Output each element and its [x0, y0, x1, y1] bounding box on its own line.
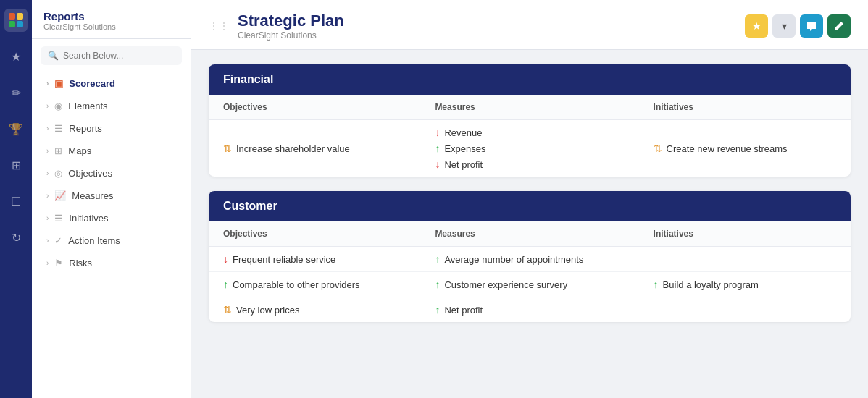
- customer-section-body: Objectives Measures Initiatives ↓ Freque…: [209, 221, 851, 322]
- sidebar-item-reports[interactable]: › ☰ Reports: [36, 118, 186, 139]
- svg-rect-3: [17, 21, 23, 27]
- objective-cell: ⇅ Increase shareholder value: [209, 120, 420, 177]
- action-items-icon: ✓: [54, 235, 62, 246]
- svg-rect-2: [9, 21, 15, 27]
- initiatives-icon: ☰: [54, 213, 63, 224]
- up-arrow-icon: ↑: [435, 279, 440, 290]
- chevron-icon: ›: [46, 147, 49, 155]
- measures-cell: ↑ Average number of appointments: [420, 247, 638, 272]
- sidebar-item-maps[interactable]: › ⊞ Maps: [36, 140, 186, 161]
- elements-icon: ◉: [54, 101, 62, 111]
- logo-icon[interactable]: [4, 9, 28, 32]
- objective-cell: ↓ Frequent reliable service: [209, 247, 420, 272]
- icon-bar: ★ ✏ 🏆 ⊞ ☐ ↻: [0, 0, 32, 398]
- initiative-cell: ⇅ Create new revenue streams: [639, 120, 851, 177]
- sidebar-item-label: Action Items: [68, 235, 120, 246]
- pencil-nav-icon[interactable]: ✏: [4, 81, 28, 104]
- sidebar-item-label: Elements: [68, 101, 107, 111]
- dropdown-button[interactable]: ▾: [772, 14, 796, 38]
- sidebar-item-label: Scorecard: [69, 78, 115, 89]
- header-left: ⋮⋮ Strategic Plan ClearSight Solutions: [209, 12, 344, 41]
- financial-section-header: Financial: [209, 64, 851, 95]
- reports-icon: ☰: [54, 123, 63, 134]
- col-header-measures: Measures: [420, 221, 638, 247]
- sidebar-item-label: Objectives: [68, 168, 112, 179]
- sidebar-item-action-items[interactable]: › ✓ Action Items: [36, 230, 186, 251]
- sidebar-item-scorecard[interactable]: › ▣ Scorecard: [36, 73, 186, 94]
- initiative-cell: ↑ Build a loyalty program: [639, 272, 851, 297]
- header-actions: ★ ▾: [745, 14, 851, 38]
- initiative-cell: [639, 247, 851, 272]
- risks-icon: ⚑: [54, 258, 63, 268]
- objectives-icon: ◎: [54, 168, 62, 179]
- grid-nav-icon[interactable]: ⊞: [4, 153, 28, 177]
- star-button[interactable]: ★: [745, 14, 768, 38]
- chevron-icon: ›: [46, 102, 49, 110]
- col-header-initiatives: Initiatives: [639, 221, 851, 247]
- table-row: ↑ Comparable to other providers ↑ Custom…: [209, 272, 851, 297]
- chevron-icon: ›: [46, 124, 49, 132]
- sidebar-title: Reports: [43, 10, 179, 22]
- sidebar-item-label: Reports: [69, 123, 102, 134]
- down-arrow-icon: ↓: [223, 253, 228, 265]
- sidebar-item-label: Risks: [69, 258, 92, 268]
- initiative-cell: [639, 297, 851, 323]
- content-area: Financial Objectives Measures Initiative…: [191, 50, 868, 351]
- table-row: ↓ Frequent reliable service ↑ Average nu…: [209, 247, 851, 272]
- main-header: ⋮⋮ Strategic Plan ClearSight Solutions ★…: [191, 0, 868, 50]
- svg-rect-1: [17, 13, 23, 20]
- updown-arrow-icon: ⇅: [223, 143, 232, 154]
- search-icon: 🔍: [48, 51, 59, 61]
- down-arrow-icon: ↓: [435, 127, 440, 138]
- sidebar-item-objectives[interactable]: › ◎ Objectives: [36, 163, 186, 184]
- objective-cell: ↑ Comparable to other providers: [209, 272, 420, 297]
- chevron-icon: ›: [46, 169, 49, 177]
- updown-arrow-icon: ⇅: [223, 304, 232, 316]
- up-arrow-icon: ↑: [654, 279, 659, 290]
- search-input[interactable]: [63, 51, 175, 61]
- objective-cell: ⇅ Very low prices: [209, 297, 420, 323]
- sidebar-subtitle: ClearSight Solutions: [43, 22, 179, 31]
- updown-arrow-icon: ⇅: [654, 143, 662, 154]
- financial-table: Objectives Measures Initiatives ⇅ Increa…: [209, 95, 851, 177]
- sidebar-item-initiatives[interactable]: › ☰ Initiatives: [36, 208, 186, 229]
- sidebar: Reports ClearSight Solutions 🔍 › ▣ Score…: [32, 0, 191, 398]
- edit-button[interactable]: [827, 14, 851, 38]
- header-title-group: Strategic Plan ClearSight Solutions: [238, 12, 344, 41]
- refresh-nav-icon[interactable]: ↻: [4, 226, 28, 249]
- sidebar-header: Reports ClearSight Solutions: [32, 0, 191, 39]
- trophy-nav-icon[interactable]: 🏆: [4, 117, 28, 140]
- customer-section: Customer Objectives Measures Initiatives: [209, 191, 851, 322]
- star-nav-icon[interactable]: ★: [4, 45, 28, 68]
- measures-cell: ↑ Customer experience survery: [420, 272, 638, 297]
- up-arrow-icon: ↑: [435, 143, 440, 154]
- customer-section-header: Customer: [209, 191, 851, 221]
- page-subtitle: ClearSight Solutions: [238, 30, 344, 41]
- col-header-initiatives: Initiatives: [639, 95, 851, 120]
- chat-button[interactable]: [800, 14, 823, 38]
- financial-section: Financial Objectives Measures Initiative…: [209, 64, 851, 177]
- chevron-icon: ›: [46, 214, 49, 222]
- measures-icon: 📈: [54, 190, 66, 201]
- up-arrow-icon: ↑: [435, 253, 440, 265]
- up-arrow-icon: ↑: [223, 279, 228, 290]
- table-row: ⇅ Very low prices ↑ Net profit: [209, 297, 851, 323]
- search-box[interactable]: 🔍: [41, 46, 182, 65]
- sidebar-item-elements[interactable]: › ◉ Elements: [36, 96, 186, 117]
- sidebar-item-risks[interactable]: › ⚑ Risks: [36, 253, 186, 274]
- down-arrow-icon: ↓: [435, 158, 440, 170]
- drag-handle[interactable]: ⋮⋮: [209, 20, 229, 32]
- sidebar-item-measures[interactable]: › 📈 Measures: [36, 185, 186, 206]
- sidebar-item-label: Maps: [68, 145, 91, 156]
- svg-rect-0: [9, 13, 15, 20]
- sidebar-item-label: Measures: [72, 190, 113, 201]
- scorecard-icon: ▣: [54, 78, 63, 89]
- measures-cell: ↑ Net profit: [420, 297, 638, 323]
- chevron-icon: ›: [46, 80, 49, 88]
- chevron-icon: ›: [46, 237, 49, 245]
- main-content: ⋮⋮ Strategic Plan ClearSight Solutions ★…: [191, 0, 868, 398]
- chevron-icon: ›: [46, 259, 49, 267]
- up-arrow-icon: ↑: [435, 304, 440, 316]
- box-nav-icon[interactable]: ☐: [4, 190, 28, 213]
- measures-cell: ↓ Revenue ↑ Expenses ↓ Net profit: [420, 120, 638, 177]
